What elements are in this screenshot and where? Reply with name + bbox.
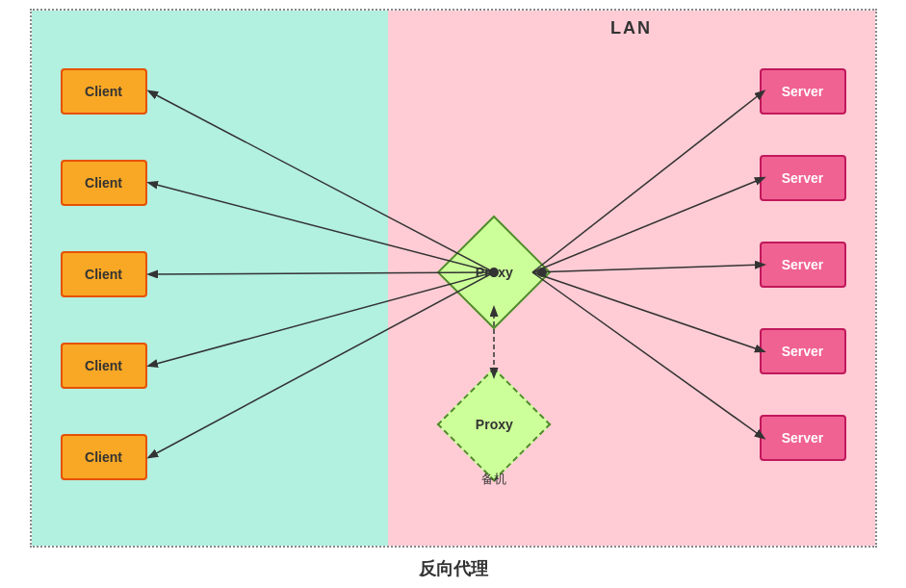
svg-line-1	[532, 178, 764, 272]
svg-line-2	[532, 265, 764, 272]
diagram-title: 反向代理	[419, 557, 488, 580]
client-box-1: Client	[61, 68, 147, 115]
proxy-main-container: Proxy	[446, 224, 542, 320]
proxy-backup-label: Proxy	[475, 416, 512, 431]
proxy-main-diamond: Proxy	[436, 215, 551, 329]
server-box-3: Server	[760, 242, 846, 288]
proxy-main-label: Proxy	[475, 264, 512, 279]
diagram-wrapper: Client Client Client Client Client LAN S…	[30, 9, 877, 580]
client-box-4: Client	[61, 343, 147, 389]
server-box-5: Server	[760, 415, 846, 461]
server-box-4: Server	[760, 328, 846, 374]
svg-line-3	[532, 272, 764, 351]
proxy-backup-diamond: Proxy	[436, 367, 551, 481]
zone-left: Client Client Client Client Client	[32, 11, 388, 546]
client-box-5: Client	[61, 434, 147, 480]
backup-caption: 备机	[481, 471, 506, 488]
diagram-outer: Client Client Client Client Client LAN S…	[30, 9, 877, 548]
zone-right: LAN Server Server Server Server Server P…	[388, 11, 875, 546]
server-box-2: Server	[760, 155, 846, 201]
client-box-2: Client	[61, 160, 147, 206]
server-box-1: Server	[760, 68, 846, 115]
svg-line-0	[532, 91, 764, 272]
proxy-backup-container: Proxy	[446, 376, 542, 473]
lan-label: LAN	[610, 18, 652, 38]
client-box-3: Client	[61, 251, 147, 297]
svg-line-4	[532, 272, 764, 438]
